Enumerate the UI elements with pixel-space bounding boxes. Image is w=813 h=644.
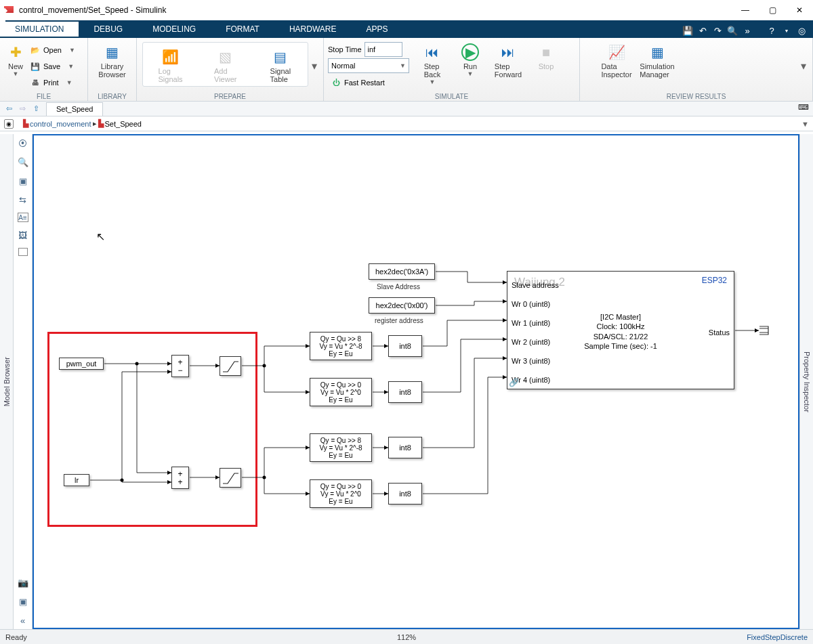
print-button[interactable]: 🖶Print ▼ (27, 74, 78, 91)
new-label: New (8, 62, 23, 70)
nav-back[interactable]: ⇦ (3, 103, 15, 115)
library-browser-button[interactable]: ▦ Library Browser (93, 41, 131, 91)
fast-restart-button[interactable]: ⏻Fast Restart (328, 74, 409, 91)
ribbon-tabs: SIMULATION DEBUG MODELING FORMAT HARDWAR… (0, 20, 813, 37)
review-expand[interactable]: ▾ (799, 41, 808, 91)
tab-hardware[interactable]: HARDWARE (274, 22, 352, 37)
qa-search-icon[interactable]: 🔍 (726, 24, 738, 37)
saturation-block-2[interactable] (220, 468, 241, 488)
qa-save-icon[interactable]: 💾 (682, 24, 694, 37)
qa-more-icon[interactable]: » (741, 24, 753, 37)
inport-pwm-out-label: pwm_out (66, 360, 97, 368)
inport-lr-label: lr (75, 476, 79, 484)
new-button[interactable]: ✚ New ▼ (4, 41, 27, 91)
step-forward-button[interactable]: ⏭Step Forward (489, 41, 527, 91)
sum1-signs: +− (178, 358, 182, 374)
annotation-icon[interactable]: A≡ (18, 213, 28, 222)
add-viewer-icon: ▧ (217, 48, 234, 66)
constant-hex00-label: hex2dec('0x00') (376, 301, 428, 309)
inport-lr[interactable]: lr (64, 474, 89, 486)
constant-hex00[interactable]: hex2dec('0x00') (369, 297, 435, 314)
stoptime-input[interactable]: inf (364, 42, 402, 57)
status-bar: Ready 112% FixedStepDiscrete (0, 629, 813, 644)
sim-manager-button[interactable]: ▦Simulation Manager (638, 41, 676, 91)
qa-help-dd[interactable]: ▼ (780, 24, 793, 37)
inport-pwm-out[interactable]: pwm_out (59, 358, 104, 370)
i2c-port-status: Status (709, 328, 730, 337)
model-browser-panel[interactable]: Model Browser (0, 134, 14, 629)
constant-hex3a-label: hex2dec('0x3A') (375, 267, 428, 276)
dtc-block-1[interactable]: int8 (388, 335, 422, 357)
step-back-button[interactable]: ⏮Step Back▼ (413, 41, 451, 91)
log-signals-icon: 📶 (162, 48, 180, 66)
property-inspector-panel[interactable]: Property Inspector (799, 134, 813, 629)
crumb-dd[interactable]: ▼ (801, 120, 809, 128)
run-label: Run (463, 62, 477, 70)
shift-block-2[interactable]: Qy = Qu >> 0 Vy = Vu * 2^0 Ey = Eu (310, 378, 372, 406)
simmode-value: Normal (331, 62, 355, 70)
save-button[interactable]: 💾Save ▼ (27, 58, 78, 74)
open-button[interactable]: 📂Open ▼ (27, 42, 78, 58)
maximize-button[interactable]: ▢ (759, 1, 786, 20)
tab-format[interactable]: FORMAT (211, 22, 274, 37)
area-icon[interactable] (18, 248, 28, 256)
dtc-block-4[interactable]: int8 (388, 483, 422, 505)
review-section-label: REVIEW RESULTS (580, 93, 812, 100)
dtc-block-3[interactable]: int8 (388, 437, 422, 458)
qa-target-icon[interactable]: ◎ (795, 24, 808, 37)
screenshot-icon[interactable]: 📷 (17, 576, 29, 588)
tab-modeling[interactable]: MODELING (138, 22, 211, 37)
collapse-icon[interactable]: « (17, 614, 29, 626)
crumb-current[interactable]: Set_Speed (105, 120, 142, 128)
i2c-master-block[interactable]: Waijung 2 ESP32 [I2C Master] Clock: 100k… (507, 271, 734, 389)
zoom-icon[interactable]: 🔍 (17, 156, 29, 168)
shift-block-3[interactable]: Qy = Qu >> 8 Vy = Vu * 2^-8 Ey = Eu (310, 433, 372, 462)
run-button[interactable]: ▶Run▼ (451, 41, 489, 91)
nav-forward[interactable]: ⇨ (16, 103, 28, 115)
tab-simulation[interactable]: SIMULATION (0, 22, 79, 37)
image-icon[interactable]: 🖼 (17, 229, 29, 241)
keyboard-icon[interactable]: ⌨ (798, 103, 810, 115)
print-label: Print (43, 79, 59, 87)
log-signals-button[interactable]: 📶Log Signals (152, 45, 190, 83)
add-viewer-button[interactable]: ▧Add Viewer (207, 45, 245, 83)
title-bar: control_movement/Set_Speed - Simulink — … (0, 0, 813, 20)
constant-hex3a[interactable]: hex2dec('0x3A') (369, 263, 435, 280)
simmode-select[interactable]: Normal▼ (328, 58, 409, 73)
explorer-bar: ⇦ ⇨ ⇧ Set_Speed ⌨ (0, 102, 813, 116)
fit-icon[interactable]: ▣ (17, 175, 29, 187)
qa-undo-icon[interactable]: ↶ (696, 24, 709, 37)
stop-button[interactable]: ■Stop (527, 41, 565, 91)
qa-redo-icon[interactable]: ↷ (711, 24, 724, 37)
shift-block-1[interactable]: Qy = Qu >> 8 Vy = Vu * 2^-8 Ey = Eu (310, 332, 372, 360)
prepare-expand[interactable]: ▾ (310, 41, 319, 91)
sum-block-2[interactable]: ++ (171, 467, 189, 489)
scope-icon[interactable]: ◉ (4, 119, 14, 129)
crumb-root[interactable]: control_movement (30, 120, 91, 128)
close-button[interactable]: ✕ (786, 1, 813, 20)
tab-debug[interactable]: DEBUG (79, 22, 138, 37)
dtc-block-2[interactable]: int8 (388, 381, 422, 403)
model-canvas[interactable]: pwm_out lr +− ++ hex2dec('0x3A') Slave A… (33, 134, 799, 629)
minimize-button[interactable]: — (732, 1, 759, 20)
terminator-block[interactable] (759, 326, 771, 335)
sample-time-icon[interactable]: ⇆ (17, 194, 29, 206)
status-zoom[interactable]: 112% (397, 633, 416, 641)
record-icon[interactable]: ▣ (17, 595, 29, 607)
print-icon: 🖶 (30, 77, 41, 88)
status-solver[interactable]: FixedStepDiscrete (747, 633, 808, 641)
qa-sep (756, 24, 763, 37)
model-tab[interactable]: Set_Speed (46, 102, 103, 116)
save-label: Save (43, 62, 60, 70)
signal-table-button[interactable]: ▤Signal Table (262, 45, 299, 83)
saturation-block-1[interactable] (220, 356, 241, 376)
hex00-caption: register address (375, 317, 423, 324)
shift-block-4[interactable]: Qy = Qu >> 0 Vy = Vu * 2^0 Ey = Eu (310, 479, 372, 508)
sum-block-1[interactable]: +− (171, 355, 189, 377)
nav-up[interactable]: ⇧ (30, 103, 42, 115)
tab-apps[interactable]: APPS (352, 22, 403, 37)
data-inspector-button[interactable]: 📈Data Inspector (598, 41, 635, 91)
hide-toolbar-icon[interactable]: ⦿ (17, 137, 29, 149)
subsystem-icon: ▙ (98, 119, 104, 128)
qa-help-icon[interactable]: ? (766, 24, 778, 37)
